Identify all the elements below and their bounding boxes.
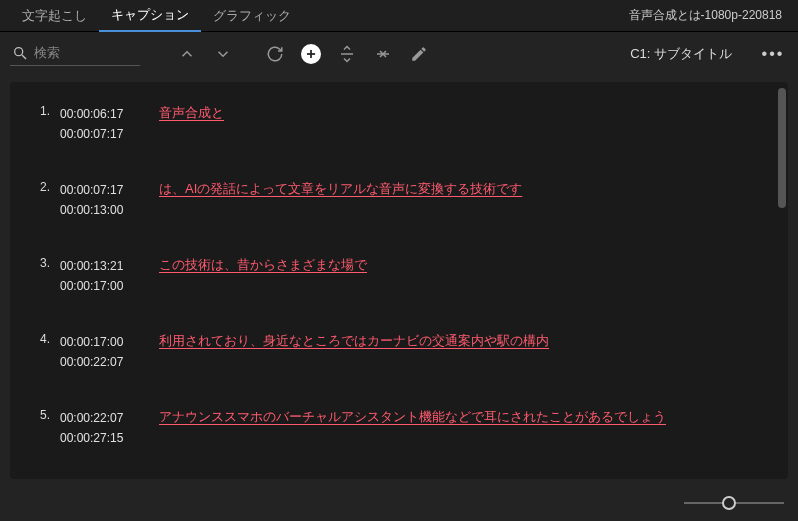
search-wrap <box>10 43 140 66</box>
caption-row[interactable]: 6.00:00:28:1400:00:31:10この実は身近なテクノロジーである <box>20 472 760 479</box>
caption-row[interactable]: 3.00:00:13:2100:00:17:00この技術は、昔からさまざまな場で <box>20 244 760 320</box>
search-input[interactable] <box>34 45 124 60</box>
caption-times: 00:00:06:1700:00:07:17 <box>50 102 145 144</box>
zoom-thumb[interactable] <box>722 496 736 510</box>
caption-in: 00:00:17:00 <box>60 332 145 352</box>
svg-line-1 <box>22 55 26 59</box>
caption-times: 00:00:17:0000:00:22:07 <box>50 330 145 372</box>
caption-out: 00:00:22:07 <box>60 352 145 372</box>
caption-in: 00:00:22:07 <box>60 408 145 428</box>
caption-in: 00:00:06:17 <box>60 104 145 124</box>
caption-row[interactable]: 2.00:00:07:1700:00:13:00は、AIの発話によって文章をリア… <box>20 168 760 244</box>
caption-in: 00:00:07:17 <box>60 180 145 200</box>
track-label[interactable]: C1: サブタイトル <box>630 45 732 63</box>
add-caption-button[interactable] <box>301 44 321 64</box>
caption-text[interactable]: この技術は、昔からさまざまな場で <box>145 254 760 275</box>
caption-out: 00:00:27:15 <box>60 428 145 448</box>
caption-times: 00:00:07:1700:00:13:00 <box>50 178 145 220</box>
more-menu-button[interactable]: ••• <box>758 45 788 63</box>
caption-out: 00:00:17:00 <box>60 276 145 296</box>
next-caption-button[interactable] <box>208 39 238 69</box>
caption-times: 00:00:13:2100:00:17:00 <box>50 254 145 296</box>
caption-text[interactable]: 利用されており、身近なところではカーナビの交通案内や駅の構内 <box>145 330 760 351</box>
caption-row[interactable]: 1.00:00:06:1700:00:07:17音声合成と <box>20 92 760 168</box>
caption-panel-outer: 1.00:00:06:1700:00:07:17音声合成と2.00:00:07:… <box>0 76 798 485</box>
scrollbar-thumb[interactable] <box>778 88 786 208</box>
merge-caption-button[interactable] <box>368 39 398 69</box>
caption-text[interactable]: アナウンススマホのバーチャルアシスタント機能などで耳にされたことがあるでしょう <box>145 406 760 427</box>
caption-times: 00:00:22:0700:00:27:15 <box>50 406 145 448</box>
caption-out: 00:00:13:00 <box>60 200 145 220</box>
tab-transcribe[interactable]: 文字起こし <box>10 1 99 31</box>
caption-index: 4. <box>20 330 50 346</box>
caption-index: 3. <box>20 254 50 270</box>
caption-index: 1. <box>20 102 50 118</box>
caption-text[interactable]: は、AIの発話によって文章をリアルな音声に変換する技術です <box>145 178 760 199</box>
search-icon <box>12 45 28 61</box>
caption-in: 00:00:13:21 <box>60 256 145 276</box>
caption-list[interactable]: 1.00:00:06:1700:00:07:17音声合成と2.00:00:07:… <box>10 82 774 479</box>
tab-bar: 文字起こし キャプション グラフィック 音声合成とは-1080p-220818 <box>0 0 798 32</box>
project-name: 音声合成とは-1080p-220818 <box>629 7 788 24</box>
caption-text[interactable]: 音声合成と <box>145 102 760 123</box>
toolbar: C1: サブタイトル ••• <box>0 32 798 76</box>
caption-index: 2. <box>20 178 50 194</box>
split-caption-button[interactable] <box>332 39 362 69</box>
caption-row[interactable]: 5.00:00:22:0700:00:27:15アナウンススマホのバーチャルアシ… <box>20 396 760 472</box>
caption-index: 5. <box>20 406 50 422</box>
caption-out: 00:00:07:17 <box>60 124 145 144</box>
prev-caption-button[interactable] <box>172 39 202 69</box>
tab-captions[interactable]: キャプション <box>99 0 201 32</box>
refresh-button[interactable] <box>260 39 290 69</box>
tab-graphics[interactable]: グラフィック <box>201 1 303 31</box>
caption-row[interactable]: 4.00:00:17:0000:00:22:07利用されており、身近なところでは… <box>20 320 760 396</box>
caption-panel: 1.00:00:06:1700:00:07:17音声合成と2.00:00:07:… <box>10 82 788 479</box>
edit-style-button[interactable] <box>404 39 434 69</box>
footer <box>0 485 798 521</box>
zoom-slider[interactable] <box>684 502 784 504</box>
svg-point-0 <box>15 47 23 55</box>
